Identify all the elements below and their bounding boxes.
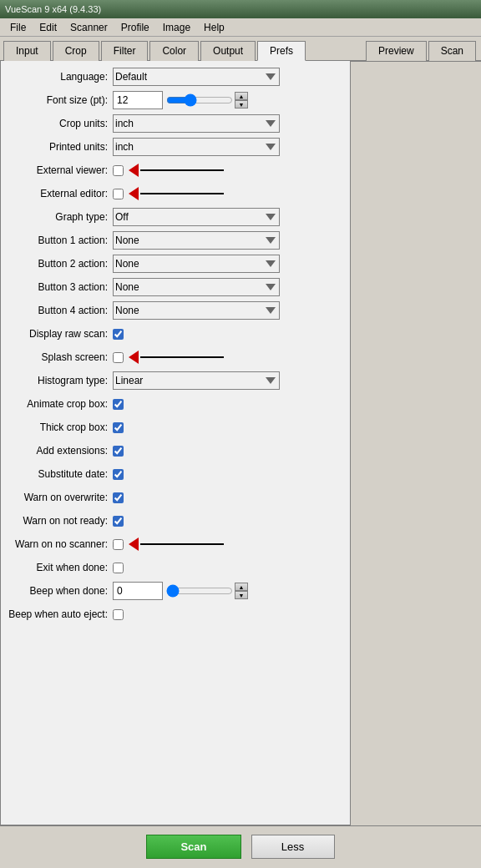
button4-label: Button 4 action: [4,305,113,316]
font-size-up[interactable]: ▲ [235,92,248,100]
splash-screen-arrow [129,351,224,364]
arrow-red-icon-3 [129,351,139,364]
exit-when-done-row: Exit when done: [4,558,347,577]
app-title: VueScan 9 x64 (9.4.33) [5,4,101,14]
tab-prefs[interactable]: Prefs [257,41,306,61]
preview-inner [351,62,481,825]
tab-crop[interactable]: Crop [53,41,99,61]
menu-image[interactable]: Image [156,20,197,35]
beep-slider[interactable] [166,583,233,598]
bottom-bar: Scan Less [0,825,481,867]
beep-down[interactable]: ▼ [235,591,248,599]
button1-select[interactable]: None Scan Preview Copy [113,231,280,250]
tab-scan[interactable]: Scan [428,41,476,61]
thick-crop-label: Thick crop box: [4,421,113,433]
button3-select[interactable]: None Scan Preview Copy [113,278,280,296]
arrow-line [140,169,224,171]
button2-label: Button 2 action: [4,258,113,270]
tab-output[interactable]: Output [200,41,256,61]
warn-not-ready-label: Warn on not ready: [4,515,113,527]
font-size-slider-container [166,93,233,108]
beep-when-done-input[interactable] [113,582,163,600]
warn-overwrite-checkbox[interactable] [113,492,124,503]
menu-scanner[interactable]: Scanner [63,20,114,35]
crop-units-row: Crop units: inch cm mm pixel [4,114,347,133]
tab-color[interactable]: Color [149,41,199,61]
graph-type-row: Graph type: Off On [4,208,347,226]
thick-crop-row: Thick crop box: [4,418,347,437]
font-size-label: Font size (pt): [4,94,113,106]
external-editor-arrow [129,187,224,200]
histogram-type-row: Histogram type: Linear Log [4,371,347,390]
button4-row: Button 4 action: None Scan Preview Copy [4,301,347,320]
menu-bar: File Edit Scanner Profile Image Help [0,18,481,37]
language-select[interactable]: Default English French German Spanish [113,68,280,86]
button4-select[interactable]: None Scan Preview Copy [113,301,280,320]
button3-row: Button 3 action: None Scan Preview Copy [4,278,347,296]
exit-when-done-checkbox[interactable] [113,563,124,573]
display-raw-checkbox[interactable] [113,329,124,340]
animate-crop-checkbox[interactable] [113,399,124,410]
menu-edit[interactable]: Edit [33,20,63,35]
menu-profile[interactable]: Profile [114,20,156,35]
beep-slider-container [166,583,233,598]
prefs-panel: Language: Default English French German … [0,61,351,825]
splash-screen-row: Splash screen: [4,348,347,366]
external-editor-row: External editor: [4,184,347,203]
language-row: Language: Default English French German … [4,68,347,86]
button1-row: Button 1 action: None Scan Preview Copy [4,231,347,250]
menu-help[interactable]: Help [197,20,231,35]
animate-crop-row: Animate crop box: [4,395,347,413]
graph-type-label: Graph type: [4,211,113,223]
display-raw-row: Display raw scan: [4,325,347,343]
scan-button[interactable]: Scan [146,835,240,859]
button2-select[interactable]: None Scan Preview Copy [113,255,280,273]
external-editor-label: External editor: [4,188,113,199]
beep-when-done-label: Beep when done: [4,585,113,597]
warn-overwrite-label: Warn on overwrite: [4,492,113,503]
font-size-input[interactable] [113,91,163,109]
warn-no-scanner-arrow [129,537,224,551]
thick-crop-checkbox[interactable] [113,422,124,433]
beep-up[interactable]: ▲ [235,583,248,591]
substitute-date-checkbox[interactable] [113,469,124,480]
tab-bar: Input Crop Filter Color Output Prefs Pre… [0,37,481,61]
exit-when-done-label: Exit when done: [4,562,113,573]
beep-auto-eject-checkbox[interactable] [113,609,124,620]
tab-input[interactable]: Input [3,41,51,61]
preview-panel [351,61,481,825]
external-viewer-label: External viewer: [4,164,113,176]
title-bar: VueScan 9 x64 (9.4.33) [0,0,481,18]
beep-auto-eject-label: Beep when auto eject: [4,608,113,620]
language-label: Language: [4,71,113,83]
arrow-red-icon-4 [129,537,139,551]
crop-units-label: Crop units: [4,118,113,129]
tab-filter[interactable]: Filter [101,41,149,61]
graph-type-select[interactable]: Off On [113,208,280,226]
menu-file[interactable]: File [3,20,33,35]
external-viewer-checkbox[interactable] [113,165,124,176]
beep-auto-eject-row: Beep when auto eject: [4,605,347,623]
histogram-type-select[interactable]: Linear Log [113,371,280,390]
external-viewer-arrow [129,164,224,177]
beep-when-done-row: Beep when done: ▲ ▼ [4,582,347,600]
less-button[interactable]: Less [251,835,335,859]
warn-no-scanner-checkbox[interactable] [113,539,124,550]
printed-units-select[interactable]: inch cm mm [113,138,280,156]
font-size-row: Font size (pt): ▲ ▼ [4,91,347,109]
arrow-red-icon-2 [129,187,139,200]
external-editor-checkbox-row [113,187,224,200]
warn-no-scanner-row: Warn on no scanner: [4,535,347,553]
printed-units-row: Printed units: inch cm mm [4,138,347,156]
external-viewer-row: External viewer: [4,161,347,179]
splash-screen-checkbox[interactable] [113,352,124,363]
main-area: Language: Default English French German … [0,61,481,825]
external-editor-checkbox[interactable] [113,189,124,199]
tab-preview[interactable]: Preview [366,41,427,61]
warn-overwrite-row: Warn on overwrite: [4,488,347,507]
add-extensions-checkbox[interactable] [113,446,124,457]
font-size-down[interactable]: ▼ [235,100,248,108]
warn-not-ready-checkbox[interactable] [113,516,124,527]
font-size-slider[interactable] [166,93,233,108]
crop-units-select[interactable]: inch cm mm pixel [113,114,280,133]
